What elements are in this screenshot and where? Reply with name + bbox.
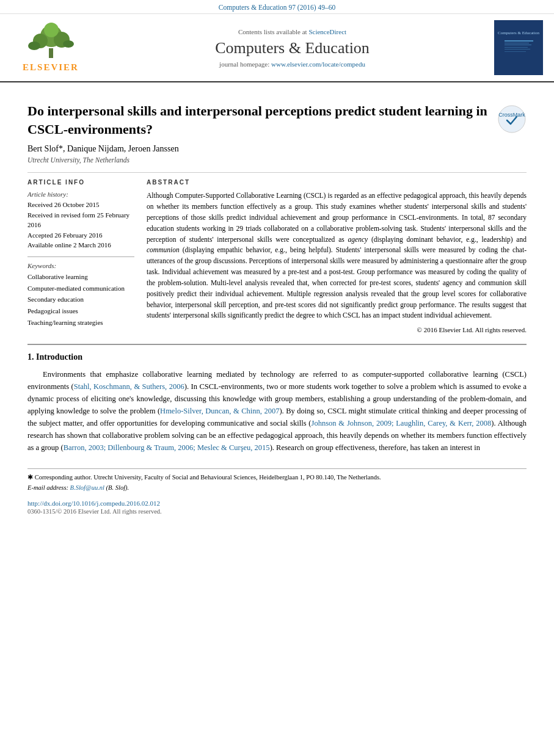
svg-rect-1 (49, 48, 53, 58)
homepage-link[interactable]: www.elsevier.com/locate/compedu (271, 60, 365, 68)
footnote-section: ✱ Corresponding author. Utrecht Universi… (27, 468, 527, 515)
article-title-row: Do interpersonal skills and interpersona… (27, 102, 527, 138)
keywords-list: Collaborative learning Computer-mediated… (27, 271, 134, 328)
article-title: Do interpersonal skills and interpersona… (27, 102, 491, 138)
top-bar: Computers & Education 97 (2016) 49–60 (0, 0, 554, 14)
svg-rect-12 (505, 47, 528, 48)
history-label: Article history: (27, 191, 134, 198)
affiliation: Utrecht University, The Netherlands (27, 156, 527, 164)
available-text: Available online 2 March 2016 (27, 240, 134, 250)
contents-line: Contents lists available at ScienceDirec… (90, 28, 494, 35)
history-block: Article history: Received 26 October 201… (27, 191, 134, 250)
crossmark-logo: CrossMark (497, 104, 527, 134)
abstract-text: Although Computer-Supported Collaborativ… (147, 191, 527, 321)
sciencedirect-link[interactable]: ScienceDirect (308, 28, 346, 35)
doi-line: http://dx.doi.org/10.1016/j.compedu.2016… (27, 500, 527, 507)
svg-point-6 (28, 42, 40, 50)
intro-heading: 1. Introduction (27, 352, 527, 362)
keyword-1: Collaborative learning (27, 271, 134, 283)
info-divider (27, 256, 134, 257)
ref-johnson[interactable]: Johnson & Johnson, 2009; Laughlin, Carey… (312, 419, 492, 427)
journal-center-info: Contents lists available at ScienceDirec… (90, 28, 494, 68)
authors: Bert Slof*, Danique Nijdam, Jeroen Janss… (27, 144, 527, 154)
svg-point-15 (498, 106, 525, 133)
footnote-star-note: ✱ Corresponding author. Utrecht Universi… (27, 473, 527, 483)
doi-link[interactable]: http://dx.doi.org/10.1016/j.compedu.2016… (27, 500, 160, 507)
ref-barron[interactable]: Barron, 2003; Dillenbourg & Traum, 2006;… (64, 443, 270, 452)
svg-rect-14 (505, 51, 526, 52)
ref-hmelo[interactable]: Hmelo-Silver, Duncan, & Chinn, 2007 (160, 407, 279, 415)
keyword-5: Teaching/learning strategies (27, 317, 134, 329)
svg-rect-10 (505, 43, 529, 43)
elsevier-logo: ELSEVIER (11, 23, 90, 73)
keyword-2: Computer-mediated communication (27, 283, 134, 294)
keyword-3: Secondary education (27, 294, 134, 305)
journal-thumbnail: Computers & Education (494, 20, 543, 75)
footnote-email: E-mail address: B.Slof@uu.nl (B. Slof). (27, 483, 527, 493)
intro-paragraph-1: Environments that emphasize collaborativ… (27, 368, 527, 454)
svg-rect-11 (505, 45, 531, 45)
elsevier-brand-text: ELSEVIER (23, 62, 79, 73)
journal-header: ELSEVIER Contents lists available at Sci… (0, 14, 554, 82)
svg-point-7 (63, 40, 74, 48)
divider-thick (27, 344, 527, 345)
two-column-section: ARTICLE INFO Article history: Received 2… (27, 179, 527, 334)
keyword-4: Pedagogical issues (27, 305, 134, 317)
svg-point-5 (44, 23, 59, 37)
article-info-col: ARTICLE INFO Article history: Received 2… (27, 179, 134, 334)
article-info-heading: ARTICLE INFO (27, 179, 134, 186)
issn-line: 0360-1315/© 2016 Elsevier Ltd. All right… (27, 508, 527, 515)
thumb-title-text: Computers & Education (498, 31, 539, 35)
divider-1 (27, 172, 527, 173)
journal-volume-link[interactable]: Computers & Education 97 (2016) 49–60 (219, 4, 335, 11)
accepted-text: Accepted 26 February 2016 (27, 230, 134, 241)
abstract-heading: ABSTRACT (147, 179, 527, 186)
elsevier-tree-icon (22, 23, 80, 60)
svg-text:CrossMark: CrossMark (498, 112, 525, 118)
introduction-section: 1. Introduction Environments that emphas… (27, 352, 527, 454)
received-text: Received 26 October 2015 (27, 200, 134, 210)
revised-text: Received in revised form 25 February 201… (27, 210, 134, 230)
keywords-block: Keywords: Collaborative learning Compute… (27, 262, 134, 328)
homepage-line: journal homepage: www.elsevier.com/locat… (90, 60, 494, 68)
ref-stahl[interactable]: Stahl, Koschmann, & Suthers, 2006 (74, 382, 184, 391)
svg-rect-9 (505, 40, 533, 42)
keywords-label: Keywords: (27, 262, 134, 269)
journal-title: Computers & Education (90, 39, 494, 57)
abstract-col: ABSTRACT Although Computer-Supported Col… (147, 179, 527, 334)
svg-rect-13 (505, 49, 530, 49)
email-link[interactable]: B.Slof@uu.nl (70, 484, 104, 491)
article-body: Do interpersonal skills and interpersona… (0, 82, 554, 526)
copyright-line: © 2016 Elsevier Ltd. All rights reserved… (147, 326, 527, 333)
